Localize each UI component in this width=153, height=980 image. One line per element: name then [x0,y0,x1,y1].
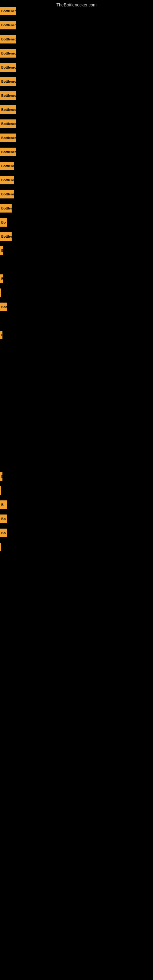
bottleneck-bar-23[interactable] [0,486,1,495]
bottleneck-bar-label-1: Bottleneck resu [1,23,16,27]
bottleneck-bar-26[interactable]: Bo [0,528,7,537]
site-title: TheBottlenecker.com [0,0,153,10]
bottleneck-bar-label-6: Bottleneck resu [1,94,16,97]
bottleneck-bar-label-17: B [1,249,3,252]
bottleneck-bar-label-2: Bottleneck resu [1,37,16,41]
bottleneck-bar-label-15: Bo [1,221,6,224]
bottleneck-bar-20[interactable]: Bott [0,302,7,311]
bottleneck-bar-label-9: Bottleneck resu [1,136,16,140]
bottleneck-bar-8[interactable]: Bottleneck resu [0,119,16,128]
bottleneck-bar-24[interactable]: B [0,500,7,509]
bottleneck-bar-label-10: Bottleneck rest [1,150,16,154]
bottleneck-bar-5[interactable]: Bottleneck resu [0,77,16,86]
bottleneck-bar-21[interactable]: E [0,331,2,339]
bottleneck-bar-label-18: B [1,277,3,280]
bottleneck-bar-label-12: Bottleneck re [1,178,14,182]
bottleneck-bar-label-7: Bottleneck resu [1,108,16,111]
bottleneck-bar-label-5: Bottleneck resu [1,80,16,83]
bottleneck-bar-1[interactable]: Bottleneck resu [0,21,16,29]
bottleneck-bar-label-8: Bottleneck resu [1,122,16,126]
bottleneck-bar-label-20: Bott [1,305,7,309]
bottleneck-bar-10[interactable]: Bottleneck rest [0,148,16,156]
bottleneck-bar-6[interactable]: Bottleneck resu [0,91,16,100]
bottleneck-bar-label-26: Bo [1,531,6,535]
bottleneck-bar-17[interactable]: B [0,246,3,255]
bottleneck-bar-label-25: Bo [1,517,6,520]
bottleneck-bar-27[interactable] [0,542,1,551]
bottleneck-bar-16[interactable]: Bottlen [0,232,12,241]
bottleneck-bar-label-22: E [1,475,2,478]
bottleneck-bar-22[interactable]: E [0,472,2,481]
bottleneck-bar-label-13: Bottleneck re [1,192,14,196]
bottleneck-bar-2[interactable]: Bottleneck resu [0,35,16,43]
bottleneck-bar-15[interactable]: Bo [0,218,7,227]
bottleneck-bar-label-4: Bottleneck resu [1,65,16,69]
bottleneck-bar-11[interactable]: Bottleneck re [0,162,14,170]
bottleneck-bar-13[interactable]: Bottleneck re [0,190,14,199]
bottleneck-bar-0[interactable]: Bottleneck resu [0,7,16,15]
bottleneck-bar-19[interactable] [0,288,1,297]
bottleneck-bar-label-11: Bottleneck re [1,164,14,168]
bottleneck-bar-label-21: E [1,333,2,337]
bottleneck-bar-label-14: Bottlene [1,207,12,210]
bottleneck-bar-3[interactable]: Bottleneck resu [0,49,16,57]
bottleneck-bar-14[interactable]: Bottlene [0,204,12,213]
bottleneck-bar-label-3: Bottleneck resu [1,51,16,55]
bottleneck-bar-label-24: B [1,503,4,506]
bottleneck-bar-12[interactable]: Bottleneck re [0,176,14,185]
bottleneck-bar-label-16: Bottlen [1,235,12,238]
bottleneck-bar-label-0: Bottleneck resu [1,9,16,13]
bottleneck-bar-7[interactable]: Bottleneck resu [0,105,16,114]
bottleneck-bar-25[interactable]: Bo [0,514,7,523]
bottleneck-bar-9[interactable]: Bottleneck resu [0,134,16,142]
bottleneck-bar-18[interactable]: B [0,274,3,283]
bottleneck-bar-4[interactable]: Bottleneck resu [0,63,16,72]
